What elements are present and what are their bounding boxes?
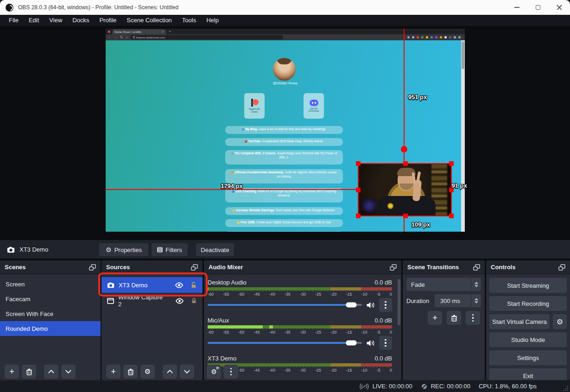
popout-icon[interactable] [473,264,480,271]
add-source-button[interactable]: + [106,365,120,379]
mixer-menu-button[interactable] [224,365,238,379]
remove-source-button[interactable] [123,365,138,379]
resize-handle-ne[interactable] [449,161,454,166]
sources-panel: Sources XT3 DemoWindow Capture 2 + ⚙ [101,260,203,380]
reload-icon: ↻ [120,36,123,39]
scene-up-button[interactable] [44,365,58,379]
lock-closed-icon[interactable] [191,297,197,304]
link-lead: My Blog. [245,127,258,131]
speaker-icon[interactable] [366,302,375,309]
scene-item-rounded-demo[interactable]: Rounded Demo [0,321,101,336]
filters-button[interactable]: Filters [152,243,188,256]
link-icon [233,209,235,212]
start-streaming-button[interactable]: Start Streaming [489,278,567,293]
resize-handle-se[interactable] [449,214,454,218]
forward-icon: → [114,36,118,39]
properties-button[interactable]: ⚙ Properties [99,243,148,256]
link-pill-youtube: YouTube. Complicated Stuff Made Easy. We… [225,138,343,146]
transition-select[interactable]: Fade [406,278,481,291]
link-icon [232,190,234,193]
menu-scene-collection[interactable]: Scene Collection [121,15,177,26]
add-scene-button[interactable]: + [5,365,19,379]
link-text: Complicated Stuff Made Easy. Weekly vide… [261,139,323,143]
duration-spinner[interactable] [471,294,481,307]
mixer-scrollbar[interactable] [398,276,400,377]
lock-open-icon[interactable] [190,282,197,289]
scene-item-facecam[interactable]: Facecam [0,291,101,306]
audio-mixer-header: Audio Mixer [204,260,401,274]
extension-icon [458,36,461,38]
menu-view[interactable]: View [44,15,67,26]
source-up-button[interactable] [163,365,177,379]
popout-icon[interactable] [390,264,397,271]
resize-grip[interactable] [564,386,569,391]
scene-item-screen-with-face[interactable]: Screen With Face [0,306,101,321]
speaker-icon[interactable] [366,340,375,347]
popout-icon[interactable] [89,264,96,271]
scene-down-button[interactable] [61,365,76,379]
transition-menu-button[interactable] [466,311,480,325]
mixer-channel-mic-aux: Mic/Aux0.0 dB-60-55-50-45-40-35-30-25-20… [204,316,401,350]
channel-menu-button[interactable] [379,336,392,350]
maximize-button[interactable] [527,0,549,15]
meter-tick-label: 0 [390,329,392,335]
add-transition-button[interactable]: + [428,311,442,325]
visibility-eye-icon[interactable] [175,298,184,304]
duration-field[interactable]: 300 ms [435,294,481,307]
popout-icon[interactable] [558,264,565,271]
scene-item-screen[interactable]: Screen [0,277,101,291]
source-item-window-capture-2[interactable]: Window Capture 2 [101,293,203,309]
start-virtual-camera-button[interactable]: Start Virtual Camera [489,314,550,329]
volume-slider[interactable] [208,304,362,306]
menu-edit[interactable]: Edit [24,15,44,26]
mixer-channel-db: 0.0 dB [374,317,392,324]
remove-transition-button[interactable] [447,311,461,325]
virtual-camera-settings-button[interactable]: ⚙ [553,314,567,329]
settings-button[interactable]: Settings [489,350,567,365]
close-button[interactable] [549,0,570,15]
resize-handle-sw[interactable] [356,214,361,218]
title-bar: OBS 28.0.3 (64-bit, windows) - Profile: … [0,0,570,15]
transition-select-arrows[interactable] [471,278,481,291]
menu-tools[interactable]: Tools [177,15,201,26]
webpage-scrollbar [461,40,465,232]
link-lead: Increase Website Earnings. [236,209,275,212]
start-recording-button[interactable]: Start Recording [489,296,567,311]
remove-scene-button[interactable] [22,365,36,379]
menu-help[interactable]: Help [201,15,224,26]
resize-handle-w[interactable] [356,188,361,192]
source-properties-button[interactable]: ⚙ [140,365,155,379]
resize-handle-nw[interactable] [356,161,361,166]
menu-profile[interactable]: Profile [94,15,121,26]
slider-handle[interactable] [346,303,356,308]
visibility-eye-icon[interactable] [175,282,184,288]
slider-fill [208,304,351,306]
volume-slider[interactable] [208,342,362,344]
source-down-button[interactable] [180,365,194,379]
preview-canvas[interactable]: Stefan Rows | LinkBin × + ← → ↻ ⌂ linktr… [0,26,570,240]
source-item-xt3-demo[interactable]: XT3 Demo [101,277,203,293]
channel-menu-button[interactable] [379,298,392,312]
source-name: XT3 Demo [119,282,147,289]
meter-tick-label: 0 [390,291,392,297]
popout-icon[interactable] [191,264,198,271]
rec-time: REC: 00:00:00 [431,383,470,390]
mixer-channel-name: XT3 Demo [208,355,236,362]
minimize-button[interactable] [506,0,527,15]
menu-docks[interactable]: Docks [67,15,94,26]
menu-file[interactable]: File [4,15,24,26]
meter-tick-label: -20 [330,291,336,297]
facecam-source-selection[interactable] [358,163,452,216]
advanced-audio-properties-button[interactable]: ⚙ ⚙ [207,365,221,379]
slider-handle[interactable] [346,341,356,346]
deactivate-button[interactable]: Deactivate [196,243,234,256]
menu-bar: FileEditViewDocksProfileScene Collection… [0,15,570,26]
exit-button[interactable]: Exit [489,368,567,380]
vertical-guide-top [404,29,405,163]
resize-handle-n[interactable] [403,161,408,166]
resize-handle-s[interactable] [403,214,408,218]
virtual-camera-row: Start Virtual Camera⚙ [489,314,567,329]
mixer-scroll-thumb[interactable] [398,279,400,325]
studio-mode-button[interactable]: Studio Mode [489,332,567,347]
plus-icon: + [111,367,116,377]
